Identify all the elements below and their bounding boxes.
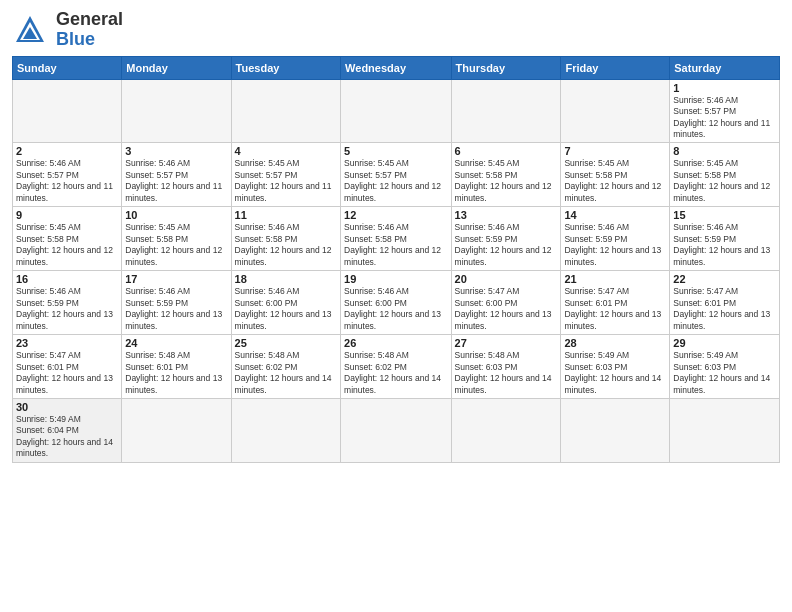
logo-svg [12,12,48,48]
day-number: 25 [235,337,337,349]
logo: General Blue [12,10,123,50]
col-tuesday: Tuesday [231,56,340,79]
day-number: 12 [344,209,447,221]
calendar-cell: 1 Sunrise: 5:46 AMSunset: 5:57 PMDayligh… [670,79,780,143]
day-number: 20 [455,273,558,285]
header: General Blue [12,10,780,50]
day-info: Sunrise: 5:45 AMSunset: 5:58 PMDaylight:… [455,158,558,204]
day-info: Sunrise: 5:49 AMSunset: 6:04 PMDaylight:… [16,414,118,460]
calendar-cell [561,398,670,462]
day-number: 21 [564,273,666,285]
day-number: 8 [673,145,776,157]
day-number: 3 [125,145,227,157]
calendar-cell: 8 Sunrise: 5:45 AMSunset: 5:58 PMDayligh… [670,143,780,207]
day-number: 27 [455,337,558,349]
day-number: 10 [125,209,227,221]
calendar-cell: 27 Sunrise: 5:48 AMSunset: 6:03 PMDaylig… [451,335,561,399]
day-number: 26 [344,337,447,349]
day-info: Sunrise: 5:47 AMSunset: 6:01 PMDaylight:… [16,350,118,396]
calendar-cell: 28 Sunrise: 5:49 AMSunset: 6:03 PMDaylig… [561,335,670,399]
calendar-cell: 26 Sunrise: 5:48 AMSunset: 6:02 PMDaylig… [341,335,451,399]
day-info: Sunrise: 5:45 AMSunset: 5:58 PMDaylight:… [16,222,118,268]
calendar-cell: 23 Sunrise: 5:47 AMSunset: 6:01 PMDaylig… [13,335,122,399]
day-info: Sunrise: 5:46 AMSunset: 5:59 PMDaylight:… [16,286,118,332]
day-number: 16 [16,273,118,285]
calendar-cell [451,79,561,143]
calendar-cell: 9 Sunrise: 5:45 AMSunset: 5:58 PMDayligh… [13,207,122,271]
calendar-cell: 14 Sunrise: 5:46 AMSunset: 5:59 PMDaylig… [561,207,670,271]
day-number: 23 [16,337,118,349]
calendar-cell [670,398,780,462]
calendar-cell: 18 Sunrise: 5:46 AMSunset: 6:00 PMDaylig… [231,271,340,335]
calendar-cell: 12 Sunrise: 5:46 AMSunset: 5:58 PMDaylig… [341,207,451,271]
calendar-cell: 15 Sunrise: 5:46 AMSunset: 5:59 PMDaylig… [670,207,780,271]
day-number: 29 [673,337,776,349]
day-number: 11 [235,209,337,221]
col-friday: Friday [561,56,670,79]
logo-text: General Blue [56,10,123,50]
calendar-cell: 25 Sunrise: 5:48 AMSunset: 6:02 PMDaylig… [231,335,340,399]
calendar-cell [13,79,122,143]
calendar-cell [451,398,561,462]
day-number: 13 [455,209,558,221]
day-info: Sunrise: 5:46 AMSunset: 5:58 PMDaylight:… [344,222,447,268]
day-info: Sunrise: 5:48 AMSunset: 6:03 PMDaylight:… [455,350,558,396]
day-info: Sunrise: 5:46 AMSunset: 5:59 PMDaylight:… [125,286,227,332]
day-number: 7 [564,145,666,157]
day-number: 6 [455,145,558,157]
day-number: 2 [16,145,118,157]
day-number: 18 [235,273,337,285]
calendar-cell: 29 Sunrise: 5:49 AMSunset: 6:03 PMDaylig… [670,335,780,399]
day-number: 28 [564,337,666,349]
col-thursday: Thursday [451,56,561,79]
day-info: Sunrise: 5:49 AMSunset: 6:03 PMDaylight:… [564,350,666,396]
day-info: Sunrise: 5:45 AMSunset: 5:58 PMDaylight:… [125,222,227,268]
day-info: Sunrise: 5:45 AMSunset: 5:57 PMDaylight:… [235,158,337,204]
day-number: 15 [673,209,776,221]
page: General Blue Sunday Monday Tuesday Wedne… [0,0,792,612]
calendar-header-row: Sunday Monday Tuesday Wednesday Thursday… [13,56,780,79]
calendar-cell [341,79,451,143]
calendar-cell: 13 Sunrise: 5:46 AMSunset: 5:59 PMDaylig… [451,207,561,271]
calendar-cell: 10 Sunrise: 5:45 AMSunset: 5:58 PMDaylig… [122,207,231,271]
calendar-cell [122,79,231,143]
day-info: Sunrise: 5:47 AMSunset: 6:01 PMDaylight:… [673,286,776,332]
calendar-cell: 7 Sunrise: 5:45 AMSunset: 5:58 PMDayligh… [561,143,670,207]
day-number: 4 [235,145,337,157]
day-info: Sunrise: 5:46 AMSunset: 5:57 PMDaylight:… [673,95,776,141]
calendar-cell: 21 Sunrise: 5:47 AMSunset: 6:01 PMDaylig… [561,271,670,335]
day-info: Sunrise: 5:46 AMSunset: 5:59 PMDaylight:… [673,222,776,268]
day-number: 17 [125,273,227,285]
calendar-cell: 5 Sunrise: 5:45 AMSunset: 5:57 PMDayligh… [341,143,451,207]
calendar-cell [122,398,231,462]
calendar-cell: 4 Sunrise: 5:45 AMSunset: 5:57 PMDayligh… [231,143,340,207]
calendar-cell [341,398,451,462]
day-info: Sunrise: 5:46 AMSunset: 5:59 PMDaylight:… [455,222,558,268]
calendar-cell: 20 Sunrise: 5:47 AMSunset: 6:00 PMDaylig… [451,271,561,335]
day-number: 14 [564,209,666,221]
calendar-cell: 11 Sunrise: 5:46 AMSunset: 5:58 PMDaylig… [231,207,340,271]
col-monday: Monday [122,56,231,79]
calendar-cell: 3 Sunrise: 5:46 AMSunset: 5:57 PMDayligh… [122,143,231,207]
day-info: Sunrise: 5:45 AMSunset: 5:58 PMDaylight:… [673,158,776,204]
day-info: Sunrise: 5:45 AMSunset: 5:57 PMDaylight:… [344,158,447,204]
day-info: Sunrise: 5:48 AMSunset: 6:01 PMDaylight:… [125,350,227,396]
day-info: Sunrise: 5:47 AMSunset: 6:00 PMDaylight:… [455,286,558,332]
day-number: 1 [673,82,776,94]
calendar-table: Sunday Monday Tuesday Wednesday Thursday… [12,56,780,463]
day-info: Sunrise: 5:49 AMSunset: 6:03 PMDaylight:… [673,350,776,396]
calendar-cell: 30 Sunrise: 5:49 AMSunset: 6:04 PMDaylig… [13,398,122,462]
col-sunday: Sunday [13,56,122,79]
calendar-cell: 19 Sunrise: 5:46 AMSunset: 6:00 PMDaylig… [341,271,451,335]
day-info: Sunrise: 5:46 AMSunset: 5:57 PMDaylight:… [125,158,227,204]
day-info: Sunrise: 5:45 AMSunset: 5:58 PMDaylight:… [564,158,666,204]
day-info: Sunrise: 5:48 AMSunset: 6:02 PMDaylight:… [344,350,447,396]
logo-icon [12,12,48,48]
day-number: 5 [344,145,447,157]
day-info: Sunrise: 5:46 AMSunset: 6:00 PMDaylight:… [344,286,447,332]
day-number: 24 [125,337,227,349]
day-number: 30 [16,401,118,413]
day-info: Sunrise: 5:47 AMSunset: 6:01 PMDaylight:… [564,286,666,332]
day-info: Sunrise: 5:48 AMSunset: 6:02 PMDaylight:… [235,350,337,396]
day-info: Sunrise: 5:46 AMSunset: 5:57 PMDaylight:… [16,158,118,204]
